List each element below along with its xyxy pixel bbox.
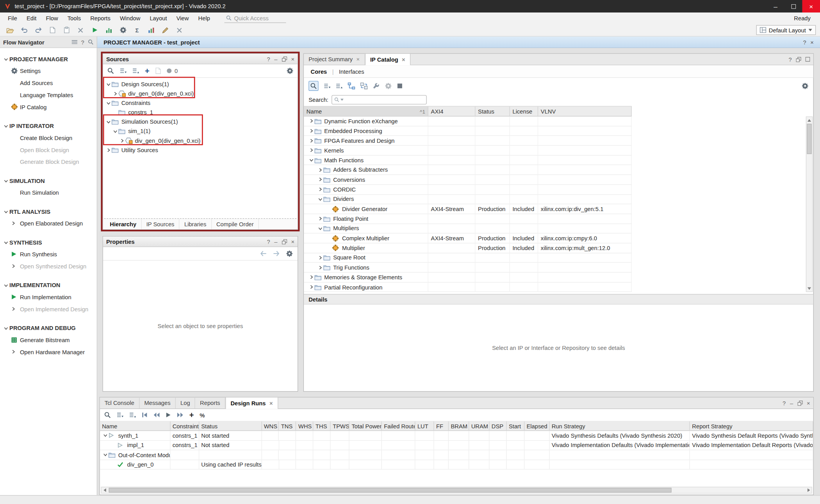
source-tree-item-design-sources[interactable]: Design Sources (1) — [103, 80, 298, 89]
edit-icon[interactable] — [160, 25, 170, 35]
search-icon[interactable] — [88, 39, 94, 45]
run-icon[interactable] — [90, 25, 99, 35]
float-icon[interactable] — [282, 56, 287, 61]
sources-tab-hierarchy[interactable]: Hierarchy — [105, 219, 141, 229]
flownav-header-synthesis[interactable]: SYNTHESIS — [0, 237, 97, 248]
search-icon[interactable] — [104, 412, 111, 418]
menu-reports[interactable]: Reports — [86, 12, 115, 24]
chevron-right-icon[interactable] — [11, 220, 20, 227]
expander-closed-icon[interactable] — [317, 216, 323, 222]
ip-catalog-row[interactable]: Divider GeneratorAXI4-StreamProductionIn… — [304, 204, 632, 214]
expander-closed-icon[interactable] — [317, 186, 323, 193]
column-header-failed-routes[interactable]: Failed Routes — [382, 421, 415, 430]
ip-catalog-row[interactable]: Dividers — [304, 195, 632, 204]
maximize-icon[interactable] — [806, 57, 810, 62]
maximize-window-button[interactable] — [784, 0, 802, 12]
flownav-item-generate-bitstream[interactable]: Generate Bitstream — [0, 334, 97, 346]
ip-settings-wrench-icon[interactable] — [373, 82, 380, 89]
scroll-left-arrow-icon[interactable] — [102, 487, 108, 493]
open-folder-icon[interactable] — [5, 25, 14, 35]
expander-open-icon[interactable] — [317, 196, 323, 202]
collapse-all-icon[interactable] — [117, 412, 123, 418]
panel-settings-gear-icon[interactable] — [802, 82, 808, 89]
close-icon[interactable]: × — [810, 39, 814, 45]
navigator-options-icon[interactable] — [71, 40, 77, 44]
flownav-item-settings[interactable]: Settings — [0, 65, 97, 77]
layout-selector[interactable]: Default Layout — [756, 25, 816, 35]
scroll-to-icon[interactable] — [155, 67, 161, 74]
scrollbar-thumb[interactable] — [109, 488, 672, 492]
redo-icon[interactable] — [34, 25, 43, 35]
minimize-icon[interactable]: – — [274, 56, 277, 62]
collapse-all-icon[interactable] — [324, 82, 330, 89]
ip-catalog-row[interactable]: Complex MultiplierAXI4-StreamProductionI… — [304, 234, 632, 243]
expand-all-icon[interactable] — [336, 82, 342, 89]
ip-catalog-row[interactable]: Multipliers — [304, 224, 632, 234]
back-arrow-icon[interactable] — [260, 251, 267, 257]
help-icon[interactable]: ? — [783, 400, 786, 406]
menu-window[interactable]: Window — [115, 12, 145, 24]
flownav-item-run-synthesis[interactable]: Run Synthesis — [0, 248, 97, 260]
expander-closed-icon[interactable] — [308, 284, 314, 290]
menu-tools[interactable]: Tools — [63, 12, 86, 24]
column-header-uram[interactable]: URAM — [469, 421, 489, 430]
tab-ip-catalog[interactable]: IP Catalog× — [365, 53, 411, 66]
menu-layout[interactable]: Layout — [145, 12, 171, 24]
flownav-item-run-simulation[interactable]: Run Simulation — [0, 186, 97, 199]
flownav-item-language-templates[interactable]: Language Templates — [0, 89, 97, 101]
expander-closed-icon[interactable] — [317, 176, 323, 183]
design-run-row-impl-1[interactable]: impl_1constrs_1Not startedVivado Impleme… — [100, 440, 813, 450]
scroll-down-arrow-icon[interactable] — [806, 285, 812, 291]
ip-catalog-row[interactable]: Dynamic Function eXchange — [304, 117, 632, 126]
fast-forward-icon[interactable] — [177, 412, 184, 418]
chevron-right-icon[interactable] — [11, 348, 20, 355]
ip-catalog-row[interactable]: Trig Functions — [304, 263, 632, 273]
flownav-item-add-sources[interactable]: Add Sources — [0, 77, 97, 89]
step-back-icon[interactable] — [153, 412, 160, 418]
minimize-icon[interactable]: – — [790, 400, 793, 406]
launch-runs-icon[interactable] — [166, 412, 171, 418]
tab-log[interactable]: Log — [176, 397, 195, 408]
source-tree-item-constrs-1[interactable]: constrs_1 — [103, 108, 298, 117]
catalog-search-input[interactable] — [332, 95, 427, 105]
column-header-tns[interactable]: TNS — [279, 421, 296, 430]
file-icon[interactable] — [48, 25, 57, 35]
ip-catalog-row[interactable]: Conversions — [304, 175, 632, 185]
close-tab-icon[interactable]: × — [357, 56, 360, 62]
column-header-bram[interactable]: BRAM — [449, 421, 469, 430]
column-header-axi4[interactable]: AXI4 — [428, 106, 476, 116]
panel-settings-gear-icon[interactable] — [286, 250, 293, 257]
run-steps-icon[interactable] — [104, 25, 114, 35]
add-sources-icon[interactable]: + — [145, 66, 150, 75]
help-icon[interactable]: ? — [788, 56, 791, 62]
hierarchy-view-icon[interactable] — [348, 82, 355, 89]
source-tree-item-utility-sources[interactable]: Utility Sources — [103, 145, 298, 154]
chevron-right-icon[interactable] — [11, 263, 20, 270]
expander-closed-icon[interactable] — [119, 137, 125, 144]
column-header-status[interactable]: Status — [199, 421, 262, 430]
column-header-ff[interactable]: FF — [434, 421, 449, 430]
expander-closed-icon[interactable] — [317, 167, 323, 173]
subtab-cores[interactable]: Cores — [311, 68, 327, 75]
sources-tab-compile-order[interactable]: Compile Order — [212, 219, 259, 229]
menu-view[interactable]: View — [172, 12, 194, 24]
column-header-dsp[interactable]: DSP — [489, 421, 506, 430]
expander-closed-icon[interactable] — [308, 274, 314, 280]
search-icon[interactable] — [308, 81, 318, 91]
ip-catalog-row[interactable]: Square Root — [304, 253, 632, 263]
expander-closed-icon[interactable] — [308, 137, 314, 144]
forward-arrow-icon[interactable] — [273, 251, 280, 257]
create-runs-icon[interactable]: + — [189, 410, 194, 419]
expander-closed-icon[interactable] — [308, 147, 314, 153]
refresh-repository-icon[interactable] — [360, 82, 368, 89]
settings-icon[interactable] — [118, 25, 128, 35]
expander-open-icon[interactable] — [112, 128, 118, 134]
source-tree-item-sim-1[interactable]: sim_1 (1) — [103, 126, 298, 136]
expander-open-icon[interactable] — [317, 225, 323, 232]
close-tab-icon[interactable]: × — [269, 400, 273, 406]
delete-icon[interactable] — [76, 25, 85, 35]
subtab-interfaces[interactable]: Interfaces — [339, 68, 364, 75]
menu-help[interactable]: Help — [193, 12, 214, 24]
menu-edit[interactable]: Edit — [22, 12, 41, 24]
close-tab-icon[interactable]: × — [402, 57, 405, 63]
